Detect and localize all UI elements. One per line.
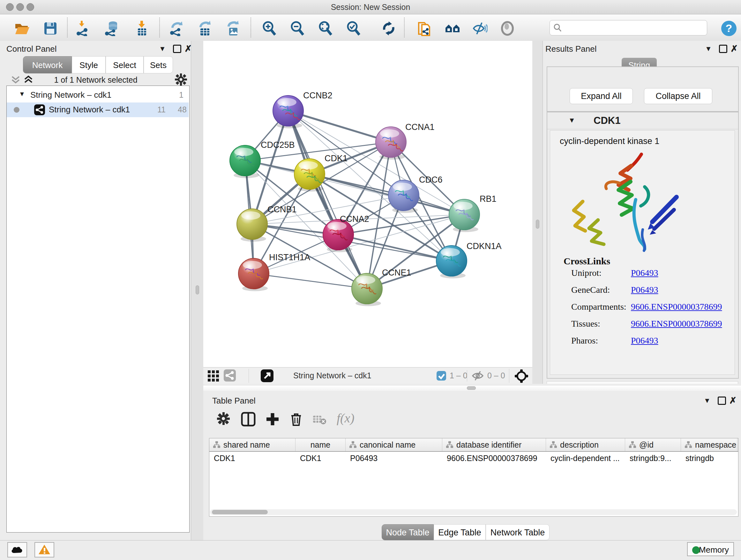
open-in-string-icon[interactable] bbox=[261, 369, 273, 382]
table-cell[interactable]: cyclin-dependent ... bbox=[550, 454, 623, 464]
zoom-fit-icon[interactable] bbox=[318, 21, 333, 36]
refresh-icon[interactable] bbox=[381, 21, 396, 36]
zoom-out-icon[interactable] bbox=[290, 21, 305, 36]
network-node-CCNA1[interactable]: CCNA1 bbox=[376, 122, 434, 160]
table-cell[interactable]: CDK1 bbox=[300, 454, 344, 464]
toolbar-separator bbox=[251, 17, 251, 37]
tab-select[interactable]: Select bbox=[106, 56, 144, 73]
results-panel-close-button[interactable]: ✗ bbox=[731, 44, 738, 54]
import-network-from-database-icon[interactable] bbox=[105, 21, 120, 36]
network-row-selected[interactable]: String Network – cdk1 11 48 bbox=[7, 103, 189, 117]
column-header-description[interactable]: description bbox=[546, 438, 625, 451]
tab-network-table[interactable]: Network Table bbox=[486, 524, 549, 540]
crosslink-link[interactable]: P06493 bbox=[631, 285, 658, 295]
warnings-button[interactable] bbox=[35, 542, 54, 557]
gene-header-row[interactable]: ▼ CDK1 bbox=[547, 112, 738, 129]
tab-network[interactable]: Network bbox=[23, 56, 72, 73]
table-scrollbar-thumb[interactable] bbox=[212, 510, 268, 514]
column-header-canonical-name[interactable]: canonical name bbox=[346, 438, 442, 451]
open-session-icon[interactable] bbox=[14, 21, 29, 36]
network-options-gear-icon[interactable] bbox=[175, 73, 187, 87]
table-panel-float-button[interactable] bbox=[718, 396, 726, 405]
crosslink-link[interactable]: P06493 bbox=[631, 335, 658, 346]
table-horizontal-scrollbar[interactable] bbox=[210, 509, 737, 515]
tab-node-table[interactable]: Node Table bbox=[382, 524, 434, 540]
network-node-CDKN1A[interactable]: CDKN1A bbox=[436, 241, 502, 278]
export-table-icon[interactable] bbox=[198, 21, 213, 36]
node-label: HIST1H1A bbox=[269, 253, 310, 262]
network-node-HIST1H1A[interactable]: HIST1H1A bbox=[239, 253, 310, 291]
expand-all-button[interactable]: Expand All bbox=[569, 88, 633, 104]
column-header-name[interactable]: name bbox=[295, 438, 346, 451]
selected-checkbox-icon[interactable] bbox=[436, 371, 447, 382]
zoom-in-icon[interactable] bbox=[262, 21, 277, 36]
import-network-icon[interactable] bbox=[76, 21, 91, 36]
network-node-CCNA2[interactable]: CCNA2 bbox=[323, 214, 369, 252]
string-network-graph[interactable]: CCNB2CCNA1CDC25BCDK1CDC6RB1CCNB1CCNA2CDK… bbox=[203, 41, 532, 367]
right-splitter-handle[interactable] bbox=[536, 220, 539, 229]
control-panel-menu-caret[interactable]: ▼ bbox=[159, 45, 166, 53]
collection-disclosure-triangle[interactable]: ▼ bbox=[19, 90, 25, 98]
help-button[interactable]: ? bbox=[721, 20, 737, 38]
save-session-icon[interactable] bbox=[43, 21, 58, 36]
control-panel-close-button[interactable]: ✗ bbox=[185, 44, 192, 54]
crosslink-link[interactable]: P06493 bbox=[631, 268, 658, 278]
network-edge[interactable] bbox=[288, 111, 391, 142]
export-network-icon[interactable] bbox=[169, 21, 185, 36]
table-settings-gear-icon[interactable] bbox=[217, 412, 231, 427]
import-table-icon[interactable] bbox=[134, 21, 149, 36]
zoom-selected-icon[interactable] bbox=[346, 21, 361, 36]
network-edge[interactable] bbox=[254, 273, 367, 289]
left-splitter-handle[interactable] bbox=[196, 286, 199, 294]
expand-all-networks-icon[interactable] bbox=[23, 75, 33, 85]
table-panel-menu-caret[interactable]: ▼ bbox=[704, 396, 711, 405]
birds-eye-view-icon[interactable] bbox=[207, 370, 220, 383]
toolbar-search-field[interactable] bbox=[549, 20, 707, 36]
tab-edge-table[interactable]: Edge Table bbox=[434, 524, 486, 540]
hide-unhide-icon[interactable] bbox=[472, 21, 488, 36]
network-view-toolbar: String Network – cdk1 1 – 0 0 – 0 bbox=[203, 367, 532, 384]
column-header-namespace[interactable]: namespace bbox=[681, 438, 738, 451]
network-node-RB1[interactable]: RB1 bbox=[449, 194, 496, 232]
search-input[interactable] bbox=[564, 22, 703, 33]
control-panel-title: Control Panel bbox=[6, 44, 57, 54]
column-header-shared-name[interactable]: shared name bbox=[209, 438, 295, 451]
string-style-icon[interactable] bbox=[224, 369, 236, 381]
fit-selected-crosshair-icon[interactable] bbox=[515, 369, 529, 384]
table-cell[interactable]: P06493 bbox=[350, 454, 441, 464]
tab-style[interactable]: Style bbox=[72, 56, 106, 73]
network-view-canvas[interactable]: CCNB2CCNA1CDC25BCDK1CDC6RB1CCNB1CCNA2CDK… bbox=[203, 41, 532, 367]
bottom-splitter-handle[interactable] bbox=[467, 386, 476, 390]
gene-disclosure-triangle[interactable]: ▼ bbox=[568, 116, 576, 125]
left-splitter[interactable] bbox=[191, 41, 203, 540]
column-header--id[interactable]: @id bbox=[625, 438, 681, 451]
table-panel-close-button[interactable]: ✗ bbox=[729, 395, 737, 406]
right-splitter[interactable] bbox=[532, 41, 542, 384]
cloud-button[interactable] bbox=[7, 542, 27, 557]
share-document-icon[interactable] bbox=[417, 21, 432, 36]
table-cell[interactable]: 9606.ENSP00000378699 bbox=[447, 454, 544, 464]
hidden-eye-slash-icon[interactable] bbox=[471, 371, 484, 382]
results-panel-float-button[interactable] bbox=[719, 45, 727, 53]
home-networks-icon[interactable] bbox=[445, 21, 460, 36]
create-column-plus-icon[interactable] bbox=[265, 412, 280, 427]
network-node-CDC25B[interactable]: CDC25B bbox=[230, 140, 295, 178]
show-columns-icon[interactable] bbox=[241, 412, 256, 427]
crosslink-link[interactable]: 9606.ENSP00000378699 bbox=[631, 319, 722, 329]
tab-sets[interactable]: Sets bbox=[144, 56, 173, 73]
delete-column-trash-icon[interactable] bbox=[289, 412, 304, 427]
network-node-CCNB2[interactable]: CCNB2 bbox=[273, 91, 333, 128]
crosslink-link[interactable]: 9606.ENSP00000378699 bbox=[631, 302, 722, 312]
table-cell[interactable]: CDK1 bbox=[214, 454, 293, 464]
collapse-all-button[interactable]: Collapse All bbox=[644, 88, 712, 104]
export-image-icon[interactable] bbox=[226, 21, 241, 36]
collapse-all-networks-icon[interactable] bbox=[11, 75, 20, 85]
table-cell[interactable]: stringdb:9... bbox=[630, 454, 679, 464]
memory-button[interactable]: Memory bbox=[687, 542, 734, 556]
network-collection-row[interactable]: ▼ String Network – cdk1 1 bbox=[7, 88, 189, 103]
table-cell[interactable]: stringdb bbox=[685, 454, 736, 464]
node-table[interactable]: shared namenamecanonical namedatabase id… bbox=[209, 438, 738, 516]
column-header-database-identifier[interactable]: database identifier bbox=[442, 438, 546, 451]
control-panel-float-button[interactable] bbox=[173, 45, 181, 53]
results-panel-menu-caret[interactable]: ▼ bbox=[705, 45, 712, 53]
